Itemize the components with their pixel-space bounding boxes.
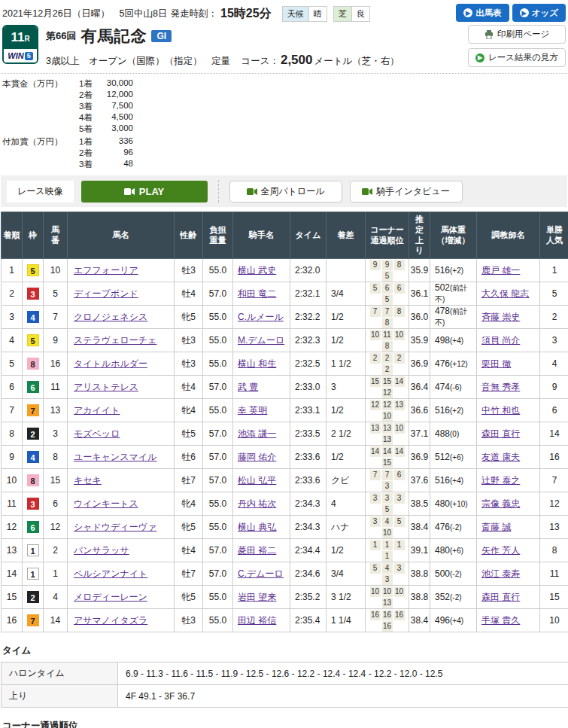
prize-main-row: 本賞金（万円） 1着30,0002着12,0003着7,5004着4,5005着… <box>1 78 567 136</box>
horse-name-cell: パンサラッサ <box>68 539 175 562</box>
jockey-name-link[interactable]: C.デムーロ <box>238 568 284 579</box>
trainer-name-link[interactable]: 矢作 芳人 <box>481 545 520 556</box>
horse-name-link[interactable]: メロディーレーン <box>74 592 147 602</box>
trainer-name-link[interactable]: 手塚 貴久 <box>481 615 520 626</box>
arrow-circle-icon: ▶ <box>475 53 484 62</box>
corner-position: 7 <box>382 306 393 317</box>
frame-number-badge: 8 <box>27 474 39 486</box>
odds-button[interactable]: ▶ オッズ <box>512 4 566 22</box>
horse-name-link[interactable]: クロノジェネシス <box>74 312 147 322</box>
jockey-name-link[interactable]: 池添 謙一 <box>238 428 276 439</box>
estimated-last-3f: 35.9 <box>409 259 430 282</box>
horse-name-link[interactable]: シャドウディーヴァ <box>74 522 156 532</box>
trainer-name-link[interactable]: 鹿戸 雄一 <box>481 265 520 276</box>
corner-position: 12 <box>382 388 393 398</box>
trainer-name-link[interactable]: 斉藤 崇史 <box>481 312 520 322</box>
jockey-name-link[interactable]: 幸 英明 <box>238 405 267 416</box>
horse-name-link[interactable]: ユーキャンスマイル <box>74 452 156 462</box>
jockey-name-link[interactable]: 岩田 望来 <box>238 592 276 602</box>
horse-number: 8 <box>44 446 68 469</box>
horse-name-link[interactable]: アリストテレス <box>74 382 138 392</box>
horse-name-cell: ペルシアンナイト <box>68 562 175 586</box>
horse-name-link[interactable]: アサマノイタズラ <box>74 615 147 626</box>
jockey-name-link[interactable]: C.ルメール <box>238 312 284 322</box>
horse-name-link[interactable]: エフフォーリア <box>74 265 138 276</box>
win-favorite-rank: 3 <box>540 329 568 352</box>
jockey-name-link[interactable]: 松山 弘平 <box>238 475 276 486</box>
trainer-name-link[interactable]: 大久保 龍志 <box>481 288 529 299</box>
finish-time: 2:33.0 <box>290 376 327 399</box>
trainer-name-link[interactable]: 栗田 徹 <box>481 358 511 369</box>
trainer-name-link[interactable]: 友道 康夫 <box>481 452 520 462</box>
corner-position: 1 <box>394 540 405 550</box>
jockey-cell: 和田 竜二 <box>233 282 290 306</box>
jockey-name-link[interactable]: 藤岡 佑介 <box>238 452 276 462</box>
trainer-name-link[interactable]: 宗像 義忠 <box>481 498 520 509</box>
finish-position: 15 <box>2 586 23 609</box>
horse-name-link[interactable]: ステラヴェローチェ <box>74 335 156 346</box>
jockey-name-link[interactable]: 田辺 裕信 <box>238 615 276 626</box>
trainer-name-link[interactable]: 音無 秀孝 <box>481 382 520 392</box>
entries-button[interactable]: ▶ 出馬表 <box>456 4 509 22</box>
horse-name-link[interactable]: キセキ <box>74 475 102 486</box>
corner-order-cell: 5665 <box>366 282 409 306</box>
horse-name-link[interactable]: タイトルホルダー <box>74 358 147 369</box>
estimated-last-3f: 38.5 <box>409 492 430 516</box>
frame-number-badge: 6 <box>27 381 39 393</box>
corner-position: 10 <box>382 586 393 597</box>
frame-cell: 8 <box>23 469 44 492</box>
corner-position: 5 <box>370 563 381 574</box>
trainer-cell: 森田 直行 <box>477 422 540 446</box>
jockey-name-link[interactable]: 菱田 裕二 <box>238 545 276 556</box>
result-row: 10815キセキ牡757.0松山 弘平2:33.6クビ776337.6516(+… <box>2 469 568 492</box>
win-favorite-rank: 6 <box>540 399 568 422</box>
trainer-name-link[interactable]: 斎藤 誠 <box>481 522 511 532</box>
sex-age: 牝5 <box>175 306 203 329</box>
jockey-interview-button[interactable]: 騎手インタビュー <box>350 181 463 203</box>
margin: 4 <box>327 492 366 516</box>
horse-name-link[interactable]: ペルシアンナイト <box>74 568 147 579</box>
horse-name-link[interactable]: ウインキートス <box>74 498 138 509</box>
jockey-name-link[interactable]: 武 豊 <box>238 382 258 392</box>
horse-name-link[interactable]: モズベッロ <box>74 428 120 439</box>
finish-position: 8 <box>2 422 23 446</box>
patrol-video-button[interactable]: 全周パトロール <box>229 181 342 203</box>
column-header: 馬 番 <box>44 212 68 259</box>
horse-name-link[interactable]: パンサラッサ <box>74 545 129 556</box>
frame-number-badge: 2 <box>27 428 39 440</box>
print-page-button[interactable]: 印刷用ページ <box>468 25 566 44</box>
top-header: 2021年12月26日（日曜） 5回中山8日 発走時刻： 15時25分 天候 晴… <box>1 2 567 22</box>
result-guide-button[interactable]: ▶ レース結果の見方 <box>468 48 566 67</box>
trainer-name-link[interactable]: 森田 直行 <box>481 592 520 602</box>
trainer-name-link[interactable]: 辻野 泰之 <box>481 475 520 486</box>
play-button[interactable]: PLAY <box>81 181 208 203</box>
trainer-name-link[interactable]: 森田 直行 <box>481 428 520 439</box>
column-header: 着差 <box>327 212 366 259</box>
estimated-last-3f: 38.8 <box>409 586 430 609</box>
jockey-name-link[interactable]: 丹内 祐次 <box>238 498 276 509</box>
corner-position: 5 <box>382 504 393 515</box>
win-favorite-rank: 5 <box>540 282 568 306</box>
corner-order-cell: 5433 <box>366 562 409 586</box>
corner-position: 1 <box>382 551 393 562</box>
prize-amount: 30,000 <box>99 78 133 90</box>
prize-pair: 1着336 <box>68 136 133 148</box>
margin: 2 1/2 <box>327 422 366 446</box>
trainer-name-link[interactable]: 須貝 尚介 <box>481 335 520 346</box>
horse-name-link[interactable]: アカイイト <box>74 405 120 416</box>
margin: 1/2 <box>327 329 366 352</box>
jockey-name-link[interactable]: 横山 典弘 <box>238 522 276 532</box>
frame-cell: 3 <box>23 282 44 306</box>
sex-age: 牡6 <box>175 446 203 469</box>
corner-order-cell: 3335 <box>366 492 409 516</box>
horse-name-link[interactable]: ディープボンド <box>74 288 138 299</box>
jockey-name-link[interactable]: 横山 武史 <box>238 265 276 276</box>
finish-time: 2:32.2 <box>290 306 327 329</box>
trainer-name-link[interactable]: 中竹 和也 <box>481 405 520 416</box>
jockey-name-link[interactable]: 横山 和生 <box>238 358 276 369</box>
jockey-name-link[interactable]: M.デムーロ <box>238 335 284 346</box>
trainer-name-link[interactable]: 池江 泰寿 <box>481 568 520 579</box>
estimated-last-3f: 38.8 <box>409 562 430 586</box>
corner-position: 10 <box>370 586 381 597</box>
jockey-name-link[interactable]: 和田 竜二 <box>238 288 276 299</box>
